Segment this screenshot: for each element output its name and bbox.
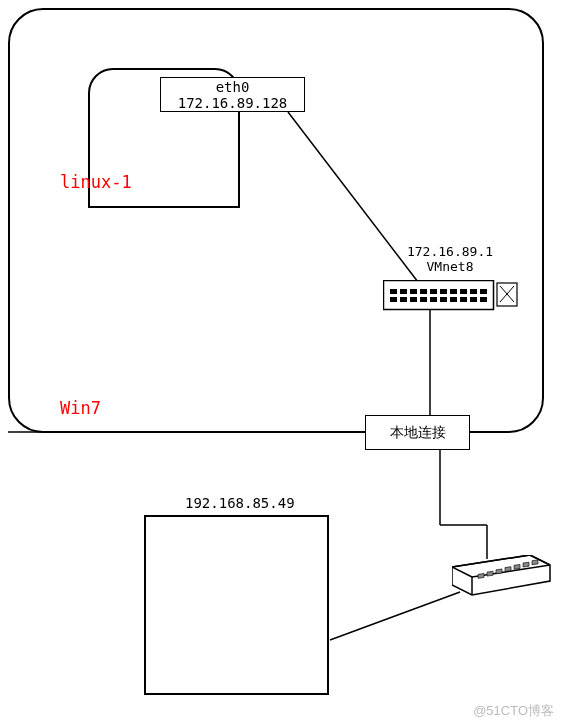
svg-rect-12 [400, 289, 407, 294]
vmnet-name: VMnet8 [427, 259, 474, 274]
eth0-interface-box: eth0 172.16.89.128 [160, 77, 305, 112]
svg-rect-43 [532, 560, 538, 565]
svg-rect-41 [514, 564, 520, 569]
svg-rect-23 [410, 297, 417, 302]
svg-line-6 [330, 592, 460, 640]
svg-rect-30 [480, 297, 487, 302]
vmnet-ip: 172.16.89.1 [407, 244, 493, 259]
external-host-box [144, 515, 329, 695]
svg-rect-37 [478, 574, 484, 579]
svg-rect-20 [480, 289, 487, 294]
svg-rect-13 [410, 289, 417, 294]
vmnet-switch-label: 172.16.89.1 VMnet8 [400, 245, 500, 275]
local-connection-box: 本地连接 [365, 415, 470, 450]
svg-rect-18 [460, 289, 467, 294]
svg-rect-19 [470, 289, 477, 294]
svg-rect-38 [487, 571, 493, 576]
svg-rect-39 [496, 569, 502, 574]
linux-label: linux-1 [60, 172, 132, 192]
bottom-host-ip: 192.168.85.49 [185, 495, 295, 511]
win7-label: Win7 [60, 398, 101, 418]
svg-rect-26 [440, 297, 447, 302]
svg-rect-14 [420, 289, 427, 294]
svg-rect-42 [523, 562, 529, 567]
win7-host-container [8, 8, 544, 433]
svg-rect-28 [460, 297, 467, 302]
svg-rect-24 [420, 297, 427, 302]
svg-rect-21 [390, 297, 397, 302]
svg-rect-25 [430, 297, 437, 302]
svg-rect-22 [400, 297, 407, 302]
svg-rect-27 [450, 297, 457, 302]
physical-switch-icon [452, 555, 552, 595]
svg-rect-16 [440, 289, 447, 294]
svg-rect-15 [430, 289, 437, 294]
svg-rect-17 [450, 289, 457, 294]
svg-rect-7 [384, 281, 494, 310]
eth0-name: eth0 [216, 79, 250, 95]
vmnet-switch-icon [383, 280, 518, 310]
eth0-ip: 172.16.89.128 [178, 95, 288, 111]
svg-rect-29 [470, 297, 477, 302]
svg-rect-40 [505, 567, 511, 572]
local-conn-label: 本地连接 [390, 424, 446, 440]
watermark: @51CTO博客 [473, 702, 554, 720]
svg-rect-11 [390, 289, 397, 294]
